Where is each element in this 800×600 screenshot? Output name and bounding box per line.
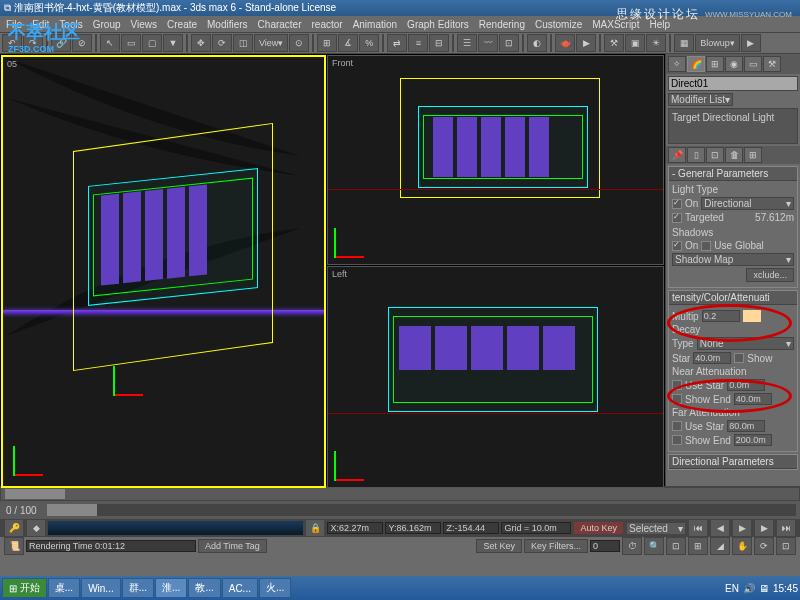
pan-icon[interactable]: ✋	[732, 537, 752, 555]
auto-key-button[interactable]: Auto Key	[573, 521, 624, 535]
color-swatch[interactable]	[743, 310, 761, 322]
key-mode-icon[interactable]: ◆	[26, 519, 46, 537]
decay-show-checkbox[interactable]	[734, 353, 744, 363]
prev-frame-icon[interactable]: ◀	[710, 519, 730, 537]
far-start-spinner[interactable]	[727, 420, 765, 432]
near-use-checkbox[interactable]	[672, 380, 682, 390]
add-time-tag-button[interactable]: Add Time Tag	[198, 539, 267, 553]
tab-create[interactable]: ✧	[668, 56, 686, 72]
menu-rendering[interactable]: Rendering	[479, 19, 525, 30]
pin-stack-icon[interactable]: 📌	[668, 147, 686, 163]
far-use-checkbox[interactable]	[672, 421, 682, 431]
menu-grapheditors[interactable]: Graph Editors	[407, 19, 469, 30]
decay-type-dropdown[interactable]: None▾	[697, 337, 794, 350]
shadow-map-dropdown[interactable]: Shadow Map▾	[672, 253, 794, 266]
viewport-perspective[interactable]: 05	[1, 55, 326, 488]
menu-group[interactable]: Group	[93, 19, 121, 30]
far-end-spinner[interactable]	[734, 434, 772, 446]
menu-reactor[interactable]: reactor	[312, 19, 343, 30]
orbit-icon[interactable]: ⟳	[754, 537, 774, 555]
script-listener-icon[interactable]: 📜	[4, 537, 24, 555]
rollout-general-params[interactable]: - General Parameters	[669, 167, 797, 181]
tray-icon[interactable]: 🖥	[759, 583, 769, 594]
viewport-front[interactable]: Front	[327, 55, 664, 265]
near-end-spinner[interactable]	[734, 393, 772, 405]
decay-start-spinner[interactable]	[693, 352, 731, 364]
container-icon[interactable]: ▣	[625, 34, 645, 52]
track-bar[interactable]	[48, 521, 303, 535]
curve-editor-icon[interactable]: 〰	[478, 34, 498, 52]
make-unique-icon[interactable]: ⊡	[706, 147, 724, 163]
layer-icon[interactable]: ☰	[457, 34, 477, 52]
render-scene-icon[interactable]: 🫖	[555, 34, 575, 52]
start-button[interactable]: ⊞ 开始	[2, 578, 47, 598]
select-icon[interactable]: ↖	[100, 34, 120, 52]
coord-z[interactable]: Z:-154.44	[443, 522, 499, 534]
coord-x[interactable]: X:62.27m	[327, 522, 383, 534]
menu-modifiers[interactable]: Modifiers	[207, 19, 248, 30]
near-show-checkbox[interactable]	[672, 394, 682, 404]
menu-animation[interactable]: Animation	[353, 19, 397, 30]
configure-icon[interactable]: ⊞	[744, 147, 762, 163]
taskbar-item[interactable]: 教...	[188, 578, 220, 598]
modifier-stack-item[interactable]: Target Directional Light	[672, 112, 774, 123]
rotate-icon[interactable]: ⟳	[212, 34, 232, 52]
rollout-intensity[interactable]: tensity/Color/Attenuati	[669, 291, 797, 305]
viewport-hscroll[interactable]	[0, 487, 800, 501]
use-global-checkbox[interactable]	[701, 241, 711, 251]
play-icon[interactable]: ▶	[732, 519, 752, 537]
angle-snap-icon[interactable]: ∡	[338, 34, 358, 52]
quick-render-icon[interactable]: ▶	[576, 34, 596, 52]
next-frame-icon[interactable]: ▶	[754, 519, 774, 537]
taskbar-item[interactable]: Win...	[81, 578, 121, 598]
key-filters-button[interactable]: Key Filters...	[524, 539, 588, 553]
rollout-directional[interactable]: Directional Parameters	[669, 455, 797, 469]
remove-mod-icon[interactable]: 🗑	[725, 147, 743, 163]
tab-hierarchy[interactable]: ⊞	[706, 56, 724, 72]
goto-start-icon[interactable]: ⏮	[688, 519, 708, 537]
select-name-icon[interactable]: ▭	[121, 34, 141, 52]
light-lister-icon[interactable]: ☀	[646, 34, 666, 52]
pivot-icon[interactable]: ⊙	[289, 34, 309, 52]
hammer-icon[interactable]: ⚒	[604, 34, 624, 52]
viewport-left[interactable]: Left	[327, 266, 664, 488]
tray-icon[interactable]: 🔊	[743, 583, 755, 594]
time-slider[interactable]	[47, 504, 796, 516]
taskbar-item-active[interactable]: 淮...	[155, 578, 187, 598]
menu-customize[interactable]: Customize	[535, 19, 582, 30]
zoom-extents-icon[interactable]: ⊞	[688, 537, 708, 555]
light-on-checkbox[interactable]	[672, 199, 682, 209]
zoom-icon[interactable]: 🔍	[644, 537, 664, 555]
show-end-icon[interactable]: ▯	[687, 147, 705, 163]
zoom-all-icon[interactable]: ⊡	[666, 537, 686, 555]
tab-modify[interactable]: 🌈	[687, 56, 705, 72]
key-target-dropdown[interactable]: Selected▾	[626, 522, 686, 535]
menu-views[interactable]: Views	[131, 19, 158, 30]
coord-y[interactable]: Y:86.162m	[385, 522, 441, 534]
render-last-icon[interactable]: ▶	[741, 34, 761, 52]
ref-coord-dropdown[interactable]: View ▾	[254, 34, 288, 52]
taskbar-item[interactable]: AC...	[222, 578, 258, 598]
render-type-icon[interactable]: ▦	[674, 34, 694, 52]
tab-utilities[interactable]: ⚒	[763, 56, 781, 72]
array-icon[interactable]: ⊟	[429, 34, 449, 52]
set-key-button[interactable]: Set Key	[476, 539, 522, 553]
align-icon[interactable]: ≡	[408, 34, 428, 52]
exclude-button[interactable]: xclude...	[746, 268, 794, 282]
modifier-list-dropdown[interactable]: Modifier List▾	[668, 93, 733, 106]
select-region-icon[interactable]: ▢	[142, 34, 162, 52]
near-start-spinner[interactable]	[727, 379, 765, 391]
far-show-checkbox[interactable]	[672, 435, 682, 445]
taskbar-item[interactable]: 群...	[122, 578, 154, 598]
snap-icon[interactable]: ⊞	[317, 34, 337, 52]
ime-indicator[interactable]: EN	[725, 583, 739, 594]
tab-display[interactable]: ▭	[744, 56, 762, 72]
menu-create[interactable]: Create	[167, 19, 197, 30]
time-config-icon[interactable]: ⏱	[622, 537, 642, 555]
current-frame-field[interactable]: 0	[590, 540, 620, 552]
light-kind-dropdown[interactable]: Directional▾	[701, 197, 794, 210]
multiplier-spinner[interactable]	[702, 310, 740, 322]
schematic-icon[interactable]: ⊡	[499, 34, 519, 52]
targeted-checkbox[interactable]	[672, 213, 682, 223]
menu-character[interactable]: Character	[258, 19, 302, 30]
